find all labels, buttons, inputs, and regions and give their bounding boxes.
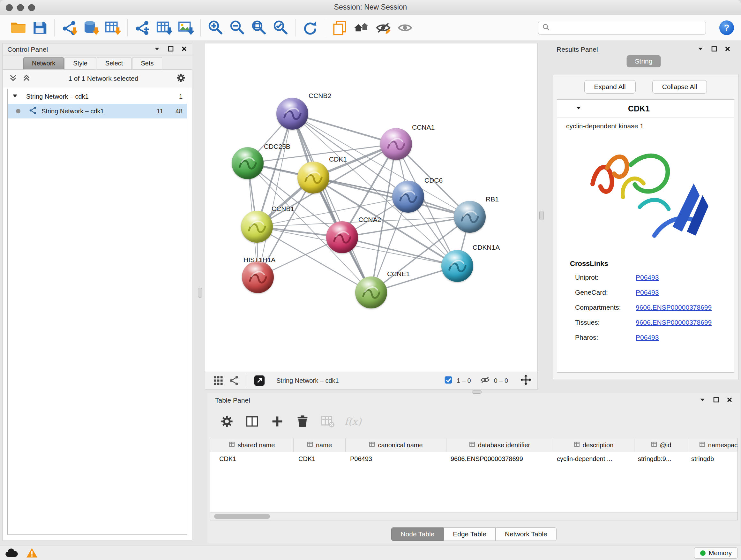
column-header-shared-name[interactable]: shared name: [210, 438, 293, 452]
show-all-icon[interactable]: [396, 18, 414, 37]
table-cell[interactable]: cyclin-dependent ...: [552, 455, 633, 462]
hide-selected-icon[interactable]: [374, 18, 393, 37]
float-panel-icon[interactable]: [167, 46, 174, 53]
add-column-icon[interactable]: [270, 414, 285, 429]
tab-network-table[interactable]: Network Table: [495, 527, 556, 541]
panel-menu-icon[interactable]: [153, 45, 160, 54]
network-node-ccnb1[interactable]: [241, 211, 273, 243]
table-cell[interactable]: stringdb:9...: [633, 455, 686, 462]
function-builder-icon[interactable]: f(x): [346, 414, 360, 429]
network-options-gear-icon[interactable]: [176, 73, 186, 84]
network-node-ccnb2[interactable]: [276, 98, 308, 130]
zoom-in-icon[interactable]: [206, 18, 225, 37]
duplicate-network-icon[interactable]: [331, 18, 349, 37]
network-row-selected[interactable]: String Network – cdk1 11 48: [8, 104, 187, 118]
control-tab-select[interactable]: Select: [97, 57, 132, 69]
column-header-id[interactable]: @id: [634, 438, 688, 452]
float-panel-icon[interactable]: [713, 396, 719, 404]
import-network-from-file-icon[interactable]: [60, 18, 78, 37]
tab-node-table[interactable]: Node Table: [391, 527, 444, 541]
network-edge[interactable]: [292, 114, 371, 293]
close-panel-icon[interactable]: [724, 46, 731, 53]
horizontal-scrollbar[interactable]: [210, 512, 738, 520]
memory-button[interactable]: Memory: [694, 547, 738, 559]
network-edges-layer[interactable]: [205, 44, 537, 371]
network-node-ccna1[interactable]: [380, 128, 412, 160]
open-in-new-window-icon[interactable]: [253, 374, 266, 387]
column-header-database-identifier[interactable]: database identifier: [447, 438, 553, 452]
crosslink-value-link[interactable]: 9606.ENSP00000378699: [636, 319, 712, 326]
help-button[interactable]: ?: [719, 20, 734, 35]
panel-menu-icon[interactable]: [697, 45, 704, 54]
table-row[interactable]: CDK1CDK1P064939606.ENSP00000378699cyclin…: [210, 452, 738, 465]
network-collection-row[interactable]: String Network – cdk1 1: [8, 89, 187, 104]
table-cell[interactable]: stringdb: [686, 455, 738, 462]
network-node-cdc6[interactable]: [392, 181, 424, 212]
collapse-all-button[interactable]: Collapse All: [652, 80, 707, 94]
panel-menu-icon[interactable]: [699, 396, 706, 405]
crosslink-value-link[interactable]: P06493: [636, 289, 659, 296]
expand-all-button[interactable]: Expand All: [584, 80, 636, 94]
zoom-out-icon[interactable]: [228, 18, 246, 37]
network-overview-icon[interactable]: [229, 375, 239, 386]
network-node-ccne1[interactable]: [355, 276, 387, 308]
vertical-splitter-handle[interactable]: [539, 211, 544, 220]
table-cell[interactable]: CDK1: [293, 455, 345, 462]
cloud-status-icon[interactable]: [3, 547, 20, 559]
network-node-cdk1[interactable]: [297, 162, 329, 193]
birds-eye-view-icon[interactable]: [213, 375, 224, 386]
close-panel-icon[interactable]: [726, 396, 733, 404]
table-cell[interactable]: 9606.ENSP00000378699: [446, 455, 552, 462]
open-session-icon[interactable]: [9, 18, 27, 37]
close-panel-icon[interactable]: [181, 46, 187, 53]
collapse-all-networks-icon[interactable]: [9, 73, 17, 84]
import-table-from-file-icon[interactable]: [104, 18, 122, 37]
table-cell[interactable]: CDK1: [210, 455, 293, 462]
table-settings-icon[interactable]: [219, 414, 234, 429]
network-node-cdkn1a[interactable]: [441, 250, 473, 282]
crosslink-value-link[interactable]: P06493: [636, 273, 659, 281]
horizontal-splitter-handle[interactable]: [472, 390, 482, 394]
zoom-fit-icon[interactable]: [250, 18, 268, 37]
delete-column-icon[interactable]: [295, 414, 310, 429]
collapse-section-icon[interactable]: [575, 105, 582, 113]
float-panel-icon[interactable]: [711, 46, 718, 53]
pan-mode-icon[interactable]: [520, 374, 532, 387]
column-header-description[interactable]: description: [553, 438, 634, 452]
title-bar[interactable]: Session: New Session: [0, 0, 741, 15]
selected-elements-checkbox-icon[interactable]: [444, 375, 453, 386]
save-session-icon[interactable]: [30, 18, 49, 37]
network-node-ccna2[interactable]: [326, 221, 358, 253]
table-cell[interactable]: P06493: [345, 455, 446, 462]
search-input[interactable]: [552, 24, 702, 32]
network-edge[interactable]: [258, 114, 292, 277]
delete-table-icon[interactable]: [320, 414, 335, 429]
import-network-from-database-icon[interactable]: [82, 18, 100, 37]
crosslink-value-link[interactable]: 9606.ENSP00000378699: [636, 304, 712, 311]
tab-string[interactable]: String: [627, 55, 661, 67]
column-header-canonical-name[interactable]: canonical name: [346, 438, 447, 452]
search-field[interactable]: [538, 21, 706, 35]
protein-card-header[interactable]: CDK1: [557, 100, 734, 118]
expand-all-networks-icon[interactable]: [22, 73, 31, 84]
control-tab-sets[interactable]: Sets: [132, 57, 162, 69]
refresh-view-icon[interactable]: [301, 18, 320, 37]
vertical-splitter-handle[interactable]: [198, 288, 202, 298]
warning-status-icon[interactable]: [23, 547, 40, 559]
control-tab-style[interactable]: Style: [64, 57, 96, 69]
network-node-cdc25b[interactable]: [232, 147, 264, 179]
zoom-selected-icon[interactable]: [271, 18, 290, 37]
show-columns-icon[interactable]: [245, 414, 259, 429]
column-header-namespac[interactable]: namespac: [688, 438, 738, 452]
first-neighbors-icon[interactable]: [352, 18, 371, 37]
network-node-hist1h1a[interactable]: [242, 261, 274, 293]
column-header-name[interactable]: name: [293, 438, 346, 452]
export-table-icon[interactable]: [155, 18, 173, 37]
hidden-elements-eye-icon[interactable]: [480, 375, 490, 386]
scrollbar-thumb[interactable]: [214, 514, 270, 519]
network-canvas[interactable]: CCNB2CCNA1CDC25BCDK1CDC6RB1CCNB1CCNA2CDK…: [205, 44, 537, 371]
network-node-rb1[interactable]: [454, 201, 486, 233]
export-image-icon[interactable]: [177, 18, 195, 37]
new-network-icon[interactable]: [133, 18, 151, 37]
crosslink-value-link[interactable]: P06493: [636, 334, 659, 341]
